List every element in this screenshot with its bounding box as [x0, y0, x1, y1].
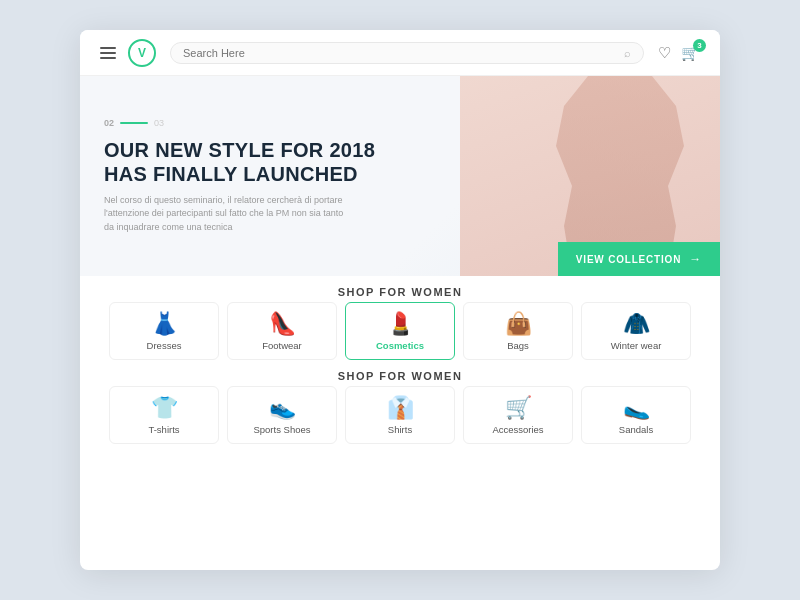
slide-next: 03: [154, 118, 164, 128]
women-category-grid: 👗 Dresses 👠 Footwear 💄 Cosmetics 👜 Bags …: [100, 302, 700, 360]
category-cosmetics[interactable]: 💄 Cosmetics: [345, 302, 455, 360]
menu-button[interactable]: [100, 47, 116, 59]
men-category-grid: 👕 T-shirts 👟 Sports Shoes 👔 Shirts 🛒 Acc…: [100, 386, 700, 444]
hero-title: OUR NEW STYLE FOR 2018 HAS FINALLY LAUNC…: [104, 138, 375, 186]
slide-progress-line: [120, 122, 148, 124]
accessories-label: Accessories: [492, 424, 543, 435]
sports-shoes-label: Sports Shoes: [253, 424, 310, 435]
cosmetics-icon: 💄: [387, 313, 414, 335]
winter-wear-icon: 🧥: [623, 313, 650, 335]
footwear-icon: 👠: [269, 313, 296, 335]
cta-label: VIEW COLLECTION: [576, 254, 681, 265]
category-footwear[interactable]: 👠 Footwear: [227, 302, 337, 360]
winter-wear-label: Winter wear: [611, 340, 662, 351]
shop-men-section: SHOP FOR WOMEN 👕 T-shirts 👟 Sports Shoes…: [100, 370, 700, 444]
shop-sections: SHOP FOR WOMEN 👗 Dresses 👠 Footwear 💄 Co…: [80, 276, 720, 570]
slide-current: 02: [104, 118, 114, 128]
section-men-title: SHOP FOR WOMEN: [100, 370, 700, 382]
slide-indicator: 02 03: [104, 118, 375, 128]
search-input[interactable]: [183, 47, 624, 59]
sandals-label: Sandals: [619, 424, 653, 435]
search-bar[interactable]: ⌕: [170, 42, 644, 64]
dresses-label: Dresses: [147, 340, 182, 351]
main-card: V ⌕ ♡ 🛒 3 02 03 OUR NEW STYLE FOR 2018 H…: [80, 30, 720, 570]
accessories-icon: 🛒: [505, 397, 532, 419]
shirts-label: Shirts: [388, 424, 412, 435]
sandals-icon: 🥿: [623, 397, 650, 419]
hero-content: 02 03 OUR NEW STYLE FOR 2018 HAS FINALLY…: [104, 76, 375, 276]
header: V ⌕ ♡ 🛒 3: [80, 30, 720, 76]
logo: V: [128, 39, 156, 67]
category-sandals[interactable]: 🥿 Sandals: [581, 386, 691, 444]
dresses-icon: 👗: [151, 313, 178, 335]
wishlist-icon[interactable]: ♡: [658, 44, 671, 62]
header-icons: ♡ 🛒 3: [658, 44, 700, 62]
search-icon: ⌕: [624, 47, 631, 59]
category-sports-shoes[interactable]: 👟 Sports Shoes: [227, 386, 337, 444]
category-dresses[interactable]: 👗 Dresses: [109, 302, 219, 360]
cosmetics-label: Cosmetics: [376, 340, 424, 351]
category-shirts[interactable]: 👔 Shirts: [345, 386, 455, 444]
cart-button[interactable]: 🛒 3: [681, 44, 700, 62]
footwear-label: Footwear: [262, 340, 302, 351]
hero-description: Nel corso di questo seminario, il relato…: [104, 194, 354, 235]
tshirts-icon: 👕: [151, 397, 178, 419]
hero-banner: 02 03 OUR NEW STYLE FOR 2018 HAS FINALLY…: [80, 76, 720, 276]
shop-women-section: SHOP FOR WOMEN 👗 Dresses 👠 Footwear 💄 Co…: [100, 286, 700, 360]
section-women-title: SHOP FOR WOMEN: [100, 286, 700, 298]
sports-shoes-icon: 👟: [269, 397, 296, 419]
category-accessories[interactable]: 🛒 Accessories: [463, 386, 573, 444]
shirts-icon: 👔: [387, 397, 414, 419]
view-collection-button[interactable]: VIEW COLLECTION →: [558, 242, 720, 276]
tshirts-label: T-shirts: [148, 424, 179, 435]
category-bags[interactable]: 👜 Bags: [463, 302, 573, 360]
arrow-right-icon: →: [689, 252, 702, 266]
bags-label: Bags: [507, 340, 529, 351]
bags-icon: 👜: [505, 313, 532, 335]
cart-badge-count: 3: [693, 39, 706, 52]
category-winter-wear[interactable]: 🧥 Winter wear: [581, 302, 691, 360]
category-tshirts[interactable]: 👕 T-shirts: [109, 386, 219, 444]
